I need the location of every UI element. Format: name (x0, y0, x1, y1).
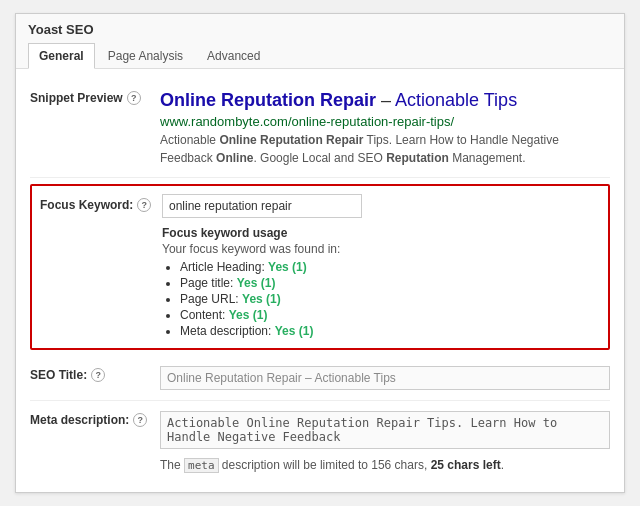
snippet-preview-help-icon[interactable]: ? (127, 91, 141, 105)
meta-code: meta (184, 458, 219, 473)
keyword-usage-item: Page URL: Yes (1) (180, 292, 600, 306)
keyword-usage-item: Page title: Yes (1) (180, 276, 600, 290)
meta-description-section: Meta description: ? The meta description… (30, 401, 610, 482)
focus-keyword-section: Focus Keyword: ? Focus keyword usage You… (30, 184, 610, 350)
keyword-usage-item: Content: Yes (1) (180, 308, 600, 322)
meta-description-label: Meta description: ? (30, 411, 160, 427)
usage-title: Focus keyword usage (162, 226, 600, 240)
keyword-usage-list: Article Heading: Yes (1)Page title: Yes … (162, 260, 600, 338)
tab-advanced[interactable]: Advanced (196, 43, 271, 68)
seo-title-content (160, 366, 610, 390)
tab-page-analysis[interactable]: Page Analysis (97, 43, 194, 68)
snippet-description: Actionable Online Reputation Repair Tips… (160, 131, 610, 167)
focus-keyword-inner: Focus Keyword: ? Focus keyword usage You… (32, 186, 608, 348)
tabs-container: GeneralPage AnalysisAdvanced (28, 43, 612, 68)
focus-keyword-input[interactable] (162, 194, 362, 218)
meta-description-help-icon[interactable]: ? (133, 413, 147, 427)
chars-left: 25 chars left (431, 458, 501, 472)
seo-title-label: SEO Title: ? (30, 366, 160, 382)
meta-note: The meta description will be limited to … (160, 458, 610, 472)
focus-keyword-content: Focus keyword usage Your focus keyword w… (162, 194, 600, 340)
snippet-preview-section: Snippet Preview ? Online Reputation Repa… (30, 79, 610, 178)
seo-title-section: SEO Title: ? (30, 356, 610, 401)
meta-description-input[interactable] (160, 411, 610, 449)
snippet-preview-content: Online Reputation Repair – Actionable Ti… (160, 89, 610, 167)
tab-general[interactable]: General (28, 43, 95, 69)
keyword-usage-item: Article Heading: Yes (1) (180, 260, 600, 274)
focus-keyword-help-icon[interactable]: ? (137, 198, 151, 212)
usage-subtitle: Your focus keyword was found in: (162, 242, 600, 256)
snippet-preview-label: Snippet Preview ? (30, 89, 160, 105)
seo-title-help-icon[interactable]: ? (91, 368, 105, 382)
panel-title: Yoast SEO (28, 22, 612, 37)
yoast-seo-panel: Yoast SEO GeneralPage AnalysisAdvanced S… (15, 13, 625, 493)
keyword-usage-item: Meta description: Yes (1) (180, 324, 600, 338)
meta-description-content: The meta description will be limited to … (160, 411, 610, 472)
snippet-url: www.randombyte.com/online-reputation-rep… (160, 114, 610, 129)
panel-header: Yoast SEO GeneralPage AnalysisAdvanced (16, 14, 624, 69)
keyword-usage: Focus keyword usage Your focus keyword w… (162, 226, 600, 338)
snippet-title: Online Reputation Repair – Actionable Ti… (160, 89, 610, 112)
panel-body: Snippet Preview ? Online Reputation Repa… (16, 69, 624, 492)
seo-title-input[interactable] (160, 366, 610, 390)
focus-keyword-label: Focus Keyword: ? (40, 194, 162, 212)
